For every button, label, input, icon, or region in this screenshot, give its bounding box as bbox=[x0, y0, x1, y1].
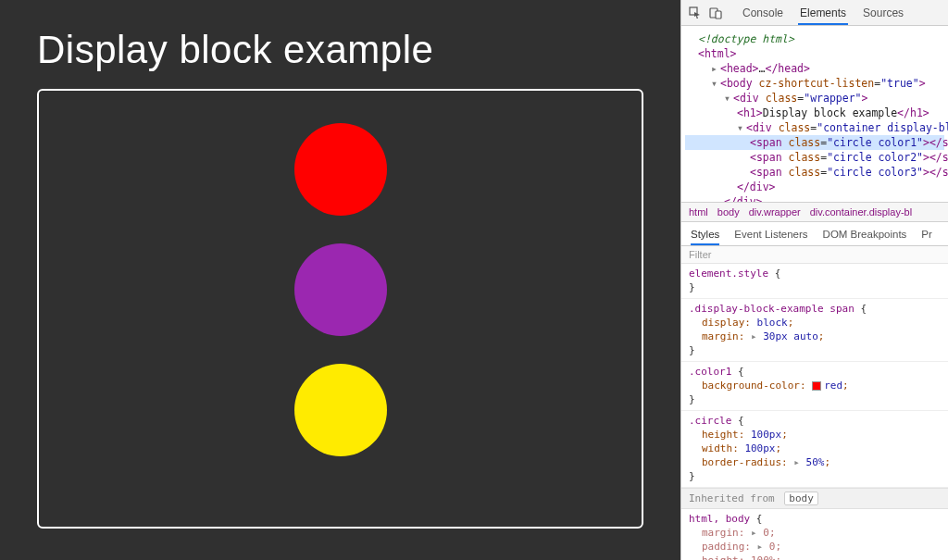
inherited-tag[interactable]: body bbox=[784, 492, 818, 505]
inherited-from-label: Inherited from body bbox=[681, 488, 948, 509]
subtab-event-listeners[interactable]: Event Listeners bbox=[734, 222, 807, 245]
dom-breadcrumb[interactable]: html body div.wrapper div.container.disp… bbox=[681, 202, 948, 222]
rule-display-block-span[interactable]: .display-block-example span { display: b… bbox=[681, 299, 948, 362]
svg-rect-2 bbox=[716, 11, 721, 19]
devtools-tabs: Console Elements Sources bbox=[741, 0, 905, 25]
color-swatch-icon[interactable] bbox=[812, 381, 821, 391]
circle-purple bbox=[294, 243, 387, 336]
breadcrumb-item[interactable]: html bbox=[689, 206, 708, 218]
dom-doctype: <!doctype html> bbox=[698, 32, 794, 45]
breadcrumb-item[interactable]: div.container.display-bl bbox=[810, 206, 912, 218]
breadcrumb-item[interactable]: body bbox=[717, 206, 740, 218]
subtab-dom-breakpoints[interactable]: DOM Breakpoints bbox=[823, 222, 907, 245]
dom-tree[interactable]: <!doctype html> <html> ▸<head>…</head> ▾… bbox=[681, 26, 948, 202]
styles-subtabs: Styles Event Listeners DOM Breakpoints P… bbox=[681, 222, 948, 246]
devtools-panel: Console Elements Sources <!doctype html>… bbox=[680, 0, 948, 560]
display-block-container bbox=[37, 89, 643, 529]
tab-elements[interactable]: Elements bbox=[798, 0, 848, 25]
tab-console[interactable]: Console bbox=[741, 0, 785, 25]
rendered-page: Display block example bbox=[0, 0, 680, 560]
toggle-device-icon[interactable] bbox=[707, 5, 724, 21]
inspect-element-icon[interactable] bbox=[687, 5, 704, 21]
styles-filter[interactable]: Filter bbox=[681, 246, 948, 264]
rule-circle[interactable]: .circle { height: 100px; width: 100px; b… bbox=[681, 411, 948, 488]
circle-yellow bbox=[294, 364, 387, 456]
page-title: Display block example bbox=[37, 28, 643, 72]
subtab-styles[interactable]: Styles bbox=[691, 222, 719, 245]
rule-html-body[interactable]: html, body { margin: ▸ 0; padding: ▸ 0; … bbox=[681, 509, 948, 560]
tab-sources[interactable]: Sources bbox=[861, 0, 905, 25]
app-root: Display block example Console Elements S… bbox=[0, 0, 948, 560]
rule-element-style[interactable]: element.style { } bbox=[681, 264, 948, 299]
circle-red bbox=[294, 123, 387, 216]
styles-rules[interactable]: element.style { } .display-block-example… bbox=[681, 264, 948, 560]
filter-placeholder: Filter bbox=[689, 249, 711, 260]
dom-selected-node[interactable]: <span class="circle color1"></spa bbox=[685, 135, 944, 150]
devtools-toolbar: Console Elements Sources bbox=[681, 0, 948, 26]
rule-color1[interactable]: .color1 { background-color: red; } bbox=[681, 362, 948, 411]
breadcrumb-item[interactable]: div.wrapper bbox=[749, 206, 801, 218]
subtab-properties[interactable]: Pr bbox=[921, 222, 932, 245]
